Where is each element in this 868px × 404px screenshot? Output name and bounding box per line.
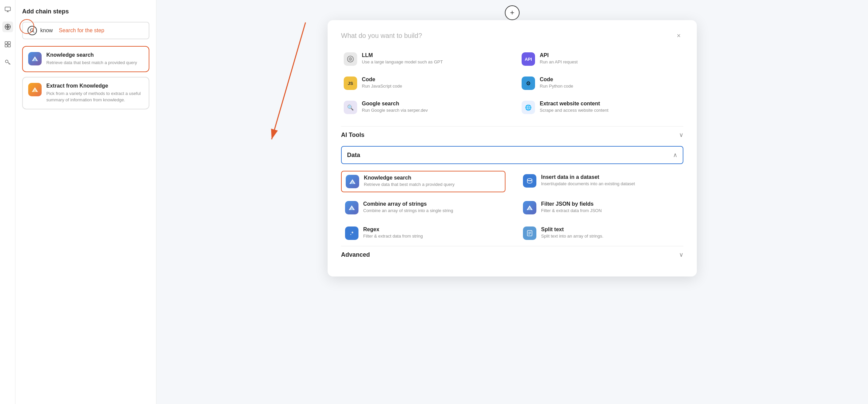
extract-website-icon: 🌐 bbox=[522, 101, 535, 114]
step-card-knowledge-search[interactable]: Knowledge search Retrieve data that best… bbox=[22, 46, 149, 72]
sidebar-icon-grid[interactable] bbox=[2, 39, 13, 50]
data-item-filter-json[interactable]: Filter JSON by fields Filter & extract d… bbox=[519, 198, 683, 218]
search-box[interactable]: know Search for the step bbox=[22, 22, 149, 39]
data-chevron: ∧ bbox=[673, 151, 677, 159]
tool-code-py[interactable]: ⚙ Code Run Python code bbox=[519, 74, 683, 93]
data-split-icon bbox=[523, 226, 536, 240]
data-insert-icon bbox=[523, 174, 536, 188]
data-split-name: Split text bbox=[541, 226, 603, 232]
knowledge-search-icon bbox=[28, 52, 42, 65]
api-desc: Run an API request bbox=[540, 59, 578, 64]
data-insert-desc: Insert/update documents into an existing… bbox=[541, 181, 635, 186]
svg-point-14 bbox=[31, 29, 34, 32]
google-search-desc: Run Google search via serper.dev bbox=[362, 108, 428, 113]
data-items-grid: Knowledge search Retrieve data that best… bbox=[341, 164, 683, 246]
extract-website-name: Extract website content bbox=[540, 101, 609, 107]
data-item-regex[interactable]: .* Regex Filter & extract data from stri… bbox=[341, 223, 505, 243]
search-wrapper: know Search for the step bbox=[22, 22, 149, 46]
svg-point-10 bbox=[5, 60, 8, 63]
sidebar-icon-link[interactable] bbox=[2, 22, 13, 32]
modal-title: What do you want to build? bbox=[341, 32, 422, 40]
extract-knowledge-title: Extract from Knowledge bbox=[46, 83, 143, 89]
svg-rect-0 bbox=[5, 7, 10, 11]
api-name: API bbox=[540, 52, 578, 58]
tool-llm[interactable]: LLM Use a large language model such as G… bbox=[341, 50, 505, 68]
llm-desc: Use a large language model such as GPT bbox=[362, 59, 443, 64]
data-regex-name: Regex bbox=[363, 226, 423, 232]
advanced-section-header[interactable]: Advanced ∨ bbox=[341, 246, 683, 263]
modal-header: What do you want to build? × bbox=[341, 31, 683, 40]
api-icon: API bbox=[522, 52, 535, 66]
google-search-icon: 🔍 bbox=[344, 101, 357, 114]
knowledge-search-content: Knowledge search Retrieve data that best… bbox=[46, 52, 137, 66]
step-card-extract-knowledge[interactable]: Extract from Knowledge Pick from a varie… bbox=[22, 77, 149, 110]
data-knowledge-search-desc: Retrieve data that best match a provided… bbox=[364, 182, 455, 187]
data-regex-desc: Filter & extract data from string bbox=[363, 234, 423, 239]
code-js-name: Code bbox=[362, 76, 402, 83]
extract-website-desc: Scrape and access website content bbox=[540, 108, 609, 113]
add-chain-panel: Add chain steps know Search for the step… bbox=[16, 0, 156, 404]
search-icon-circle bbox=[28, 26, 37, 35]
ai-tools-section-header[interactable]: AI Tools ∨ bbox=[341, 126, 683, 143]
data-item-split-text[interactable]: Split text Split text into an array of s… bbox=[519, 223, 683, 243]
search-hint-text: Search for the step bbox=[59, 28, 104, 34]
code-py-icon: ⚙ bbox=[522, 76, 535, 90]
ai-tools-section-title: AI Tools bbox=[341, 131, 365, 138]
extract-knowledge-icon bbox=[28, 83, 42, 96]
search-input-value: know bbox=[40, 28, 53, 34]
data-split-desc: Split text into an array of strings. bbox=[541, 234, 603, 239]
data-combine-icon bbox=[345, 201, 359, 214]
code-js-icon: JS bbox=[344, 76, 357, 90]
sidebar bbox=[0, 0, 16, 404]
extract-knowledge-content: Extract from Knowledge Pick from a varie… bbox=[46, 83, 143, 103]
advanced-section-title: Advanced bbox=[341, 251, 370, 258]
modal-overlay: What do you want to build? × LLM bbox=[156, 0, 868, 404]
panel-title: Add chain steps bbox=[22, 8, 149, 15]
base-tools-grid: LLM Use a large language model such as G… bbox=[341, 50, 683, 117]
data-combine-name: Combine array of strings bbox=[363, 201, 453, 207]
data-section-title: Data bbox=[347, 152, 360, 159]
data-knowledge-search-name: Knowledge search bbox=[364, 175, 455, 181]
tool-extract-website[interactable]: 🌐 Extract website content Scrape and acc… bbox=[519, 98, 683, 117]
data-section-header[interactable]: Data ∧ bbox=[341, 146, 683, 164]
data-regex-icon: .* bbox=[345, 226, 359, 240]
data-filter-icon bbox=[523, 201, 536, 214]
svg-point-27 bbox=[527, 179, 532, 181]
close-button[interactable]: × bbox=[674, 31, 683, 40]
ai-tools-chevron: ∨ bbox=[679, 131, 683, 138]
data-item-combine-array[interactable]: Combine array of strings Combine an arra… bbox=[341, 198, 505, 218]
data-section-wrapper: Data ∧ Knowledge searc bbox=[341, 146, 683, 246]
data-filter-desc: Filter & extract data from JSON bbox=[541, 208, 602, 213]
data-item-knowledge-search[interactable]: Knowledge search Retrieve data that best… bbox=[341, 171, 505, 192]
data-insert-name: Insert data in a dataset bbox=[541, 174, 635, 180]
modal-dialog: What do you want to build? × LLM bbox=[328, 20, 697, 277]
code-py-name: Code bbox=[540, 76, 573, 83]
advanced-chevron: ∨ bbox=[679, 251, 683, 258]
knowledge-search-title: Knowledge search bbox=[46, 52, 137, 58]
svg-rect-8 bbox=[5, 44, 7, 47]
data-knowledge-search-icon bbox=[346, 175, 359, 188]
llm-icon bbox=[344, 52, 357, 66]
tool-google-search[interactable]: 🔍 Google search Run Google search via se… bbox=[341, 98, 505, 117]
svg-line-15 bbox=[33, 32, 35, 33]
sidebar-icon-monitor[interactable] bbox=[2, 4, 13, 15]
code-py-desc: Run Python code bbox=[540, 84, 573, 89]
svg-rect-9 bbox=[8, 44, 10, 47]
sidebar-icon-key[interactable] bbox=[2, 56, 13, 67]
llm-name: LLM bbox=[362, 52, 443, 58]
extract-knowledge-desc: Pick from a variety of methods to extrac… bbox=[46, 90, 143, 103]
svg-rect-7 bbox=[8, 41, 10, 44]
tool-code-js[interactable]: JS Code Run JavaScript code bbox=[341, 74, 505, 93]
add-step-button[interactable]: + bbox=[505, 5, 520, 20]
google-search-name: Google search bbox=[362, 101, 428, 107]
svg-point-24 bbox=[350, 59, 351, 60]
main-content: + What do you want to build? × bbox=[156, 0, 868, 404]
knowledge-search-desc: Retrieve data that best match a provided… bbox=[46, 59, 137, 66]
data-item-insert-dataset[interactable]: Insert data in a dataset Insert/update d… bbox=[519, 171, 683, 192]
data-combine-desc: Combine an array of strings into a singl… bbox=[363, 208, 453, 213]
svg-rect-6 bbox=[5, 41, 7, 44]
code-js-desc: Run JavaScript code bbox=[362, 84, 402, 89]
data-filter-name: Filter JSON by fields bbox=[541, 201, 602, 207]
tool-api[interactable]: API API Run an API request bbox=[519, 50, 683, 68]
